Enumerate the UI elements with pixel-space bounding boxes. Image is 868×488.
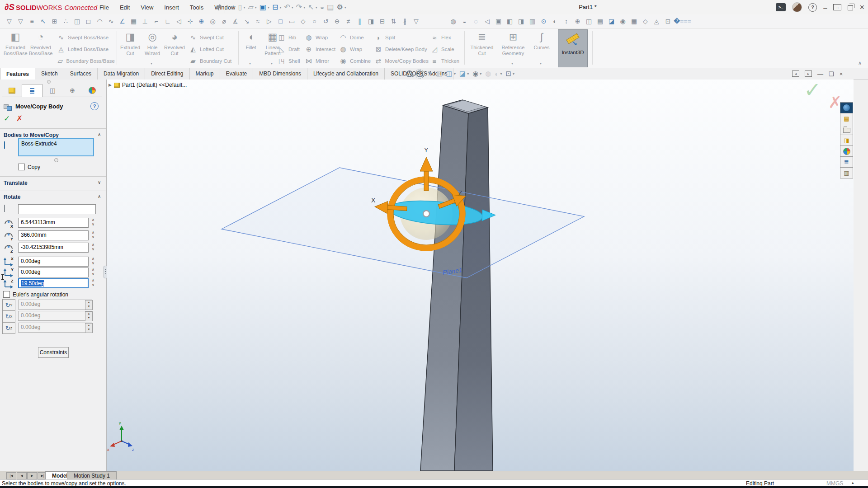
delete-keep-body-button[interactable]: ⊠Delete/Keep Body xyxy=(374,43,429,55)
boundary-cut-button[interactable]: ▰Boundary Cut xyxy=(189,55,236,67)
tab-mbd-dimensions[interactable]: MBD Dimensions xyxy=(253,68,307,80)
euler-angle-3-spinner[interactable]: ▲▼ xyxy=(85,323,93,333)
origin-y-spinner[interactable]: ∧∨ xyxy=(90,230,96,240)
utility-tool-icon[interactable]: ◎ xyxy=(207,15,218,28)
utility-tool-icon[interactable]: ▤ xyxy=(594,15,606,28)
collapse-ribbon-icon[interactable]: ∧ xyxy=(858,60,862,66)
selection-box-resize-dot[interactable] xyxy=(54,158,58,162)
tab-direct-editing[interactable]: Direct Editing xyxy=(145,68,189,80)
restore-document-icon[interactable]: ❑ xyxy=(829,70,834,77)
undo-icon[interactable]: ↶▾ xyxy=(284,4,293,11)
utility-tool-icon[interactable]: ▦ xyxy=(128,15,139,28)
tab-evaluate[interactable]: Evaluate xyxy=(220,68,254,80)
property-help-icon[interactable]: ? xyxy=(90,102,99,110)
dropdown-caret-icon[interactable]: ▾ xyxy=(303,5,305,9)
units-popup-arrow-icon[interactable]: ▴ xyxy=(852,480,854,485)
new-document-icon[interactable]: ▯▾ xyxy=(238,4,245,11)
expand-tree-icon[interactable]: ▶ xyxy=(108,83,112,87)
utility-tool-icon[interactable]: ◁ xyxy=(481,15,493,28)
utility-tool-icon[interactable]: ▥ xyxy=(527,15,538,28)
dropdown-caret-icon[interactable]: ▾ xyxy=(249,61,251,66)
panel-resize-dot[interactable] xyxy=(47,80,51,84)
boundary-boss-base-button[interactable]: ▱Boundary Boss/Base xyxy=(57,55,115,67)
previous-view-icon[interactable]: ↰ xyxy=(427,70,433,78)
utility-tool-icon[interactable]: ≈ xyxy=(252,15,264,28)
copy-checkbox-box[interactable] xyxy=(18,164,25,170)
utility-tool-icon[interactable]: ∦ xyxy=(399,15,410,28)
cancel-x-button[interactable]: ✗ xyxy=(16,114,23,123)
select-icon[interactable]: ↖▾ xyxy=(308,4,317,11)
rotate-group-header[interactable]: Rotate xyxy=(4,194,20,200)
utility-tool-icon[interactable]: □ xyxy=(275,15,286,28)
zoom-to-fit-icon[interactable] xyxy=(406,70,413,77)
utility-tool-icon[interactable]: ◒ xyxy=(459,15,470,28)
utility-tool-icon[interactable]: ⊹ xyxy=(184,15,196,28)
utility-tool-icon[interactable]: ▣ xyxy=(493,15,504,28)
utility-tool-icon[interactable]: ⊞ xyxy=(49,15,60,28)
hide-show-items-icon[interactable]: ◉▾ xyxy=(472,70,481,78)
bodies-selection-box[interactable]: Boss-Extrude4 xyxy=(18,138,94,156)
utility-tool-icon[interactable]: ⊡ xyxy=(662,15,674,28)
dropdown-caret-icon[interactable]: ▾ xyxy=(513,72,514,76)
utility-tool-icon[interactable]: ◉ xyxy=(617,15,628,28)
edit-appearance-icon[interactable]: ◍ xyxy=(485,70,491,78)
dropdown-caret-icon[interactable]: ▾ xyxy=(454,72,456,76)
angle-x-field[interactable]: 0.00deg xyxy=(18,257,89,267)
propertymanager-tab[interactable]: ≣ xyxy=(22,84,42,97)
dropdown-caret-icon[interactable]: ▾ xyxy=(151,61,152,66)
units-label[interactable]: MMGS xyxy=(826,480,843,487)
split-button[interactable]: ◗Split xyxy=(374,32,429,43)
breadcrumb-text[interactable]: Part1 (Default) <<Default... xyxy=(122,82,187,88)
utility-tool-icon[interactable]: ◧ xyxy=(504,15,515,28)
utility-tool-icon[interactable]: ↘ xyxy=(241,15,252,28)
graphics-viewport[interactable]: Plane1 xyxy=(107,80,854,471)
euler-angle-3-field[interactable]: 0.00deg xyxy=(18,323,92,333)
part-body[interactable] xyxy=(420,100,493,471)
view-orientation-icon[interactable]: ◫▾ xyxy=(446,70,456,78)
tab-data-migration[interactable]: Data Migration xyxy=(98,68,145,80)
utility-tool-icon[interactable]: ↺ xyxy=(320,15,331,28)
file-explorer-tab[interactable] xyxy=(840,124,853,135)
utility-tool-icon[interactable]: ▦ xyxy=(628,15,640,28)
tab-surfaces[interactable]: Surfaces xyxy=(64,68,98,80)
tab-lifecycle-and-collaboration[interactable]: Lifecycle and Collaboration xyxy=(307,68,385,80)
feature-tree-breadcrumb[interactable]: ▶ Part1 (Default) <<Default... xyxy=(108,82,187,88)
utility-tool-icon[interactable]: ↖ xyxy=(38,15,49,28)
menu-tools[interactable]: Tools xyxy=(184,0,209,14)
apply-scene-icon[interactable]: ◐▾ xyxy=(495,70,502,78)
copy-checkbox[interactable]: Copy xyxy=(18,164,40,170)
dropdown-caret-icon[interactable]: ▾ xyxy=(243,5,245,9)
collapse-pane-left-icon[interactable]: ◂ xyxy=(792,70,799,77)
dropdown-caret-icon[interactable]: ▾ xyxy=(268,5,269,9)
swept-cut-button[interactable]: ∿Swept Cut xyxy=(189,32,236,43)
utility-tool-icon[interactable]: ⊕ xyxy=(572,15,583,28)
dropdown-caret-icon[interactable]: ▾ xyxy=(467,72,469,76)
constraints-button[interactable]: Constraints xyxy=(38,347,69,358)
user-avatar[interactable] xyxy=(792,2,802,12)
lofted-cut-button[interactable]: ◭Lofted Cut xyxy=(189,43,236,55)
utility-tool-icon[interactable]: ⊖ xyxy=(331,15,343,28)
rotation-reference-box[interactable] xyxy=(18,204,96,214)
configurationmanager-tab[interactable]: ◫ xyxy=(42,84,62,97)
utility-tool-icon[interactable]: ▽ xyxy=(15,15,26,28)
ok-check-button[interactable]: ✓ xyxy=(4,114,10,123)
utility-tool-icon[interactable]: ∿ xyxy=(105,15,117,28)
custom-properties-tab[interactable]: ≣ xyxy=(840,157,853,168)
utility-tool-icon[interactable]: ⊙ xyxy=(538,15,549,28)
utility-tool-icon[interactable]: ○ xyxy=(309,15,320,28)
origin-x-spinner[interactable]: ∧∨ xyxy=(90,218,96,228)
tab-markup[interactable]: Markup xyxy=(190,68,220,80)
dropdown-caret-icon[interactable]: ▾ xyxy=(279,5,281,9)
home-icon[interactable]: ⌂ xyxy=(231,4,236,11)
display-style-icon[interactable]: ◪▾ xyxy=(459,70,469,78)
selection-filter-icon[interactable]: ◒ xyxy=(320,4,325,11)
utility-tool-icon[interactable]: ≠ xyxy=(343,15,354,28)
dropdown-caret-icon[interactable]: ▾ xyxy=(500,72,502,76)
origin-y-field[interactable]: 366.00mm xyxy=(18,230,89,240)
curves-button[interactable]: ∫Curves xyxy=(531,30,552,66)
menu-edit[interactable]: Edit xyxy=(114,0,135,14)
utility-tool-icon[interactable]: ⇅ xyxy=(388,15,399,28)
triad-center-dot[interactable] xyxy=(423,211,429,217)
euler-precession-icon[interactable]: ↻Y xyxy=(2,299,15,311)
save-icon[interactable]: ▣▾ xyxy=(259,4,269,11)
